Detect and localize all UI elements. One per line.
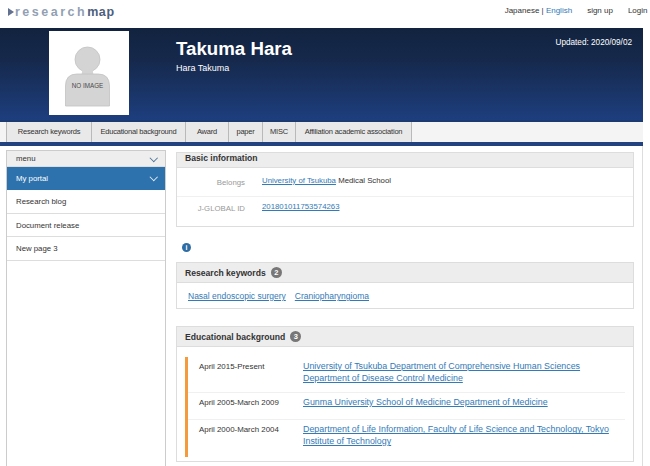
svg-text:NO IMAGE: NO IMAGE xyxy=(72,82,104,89)
